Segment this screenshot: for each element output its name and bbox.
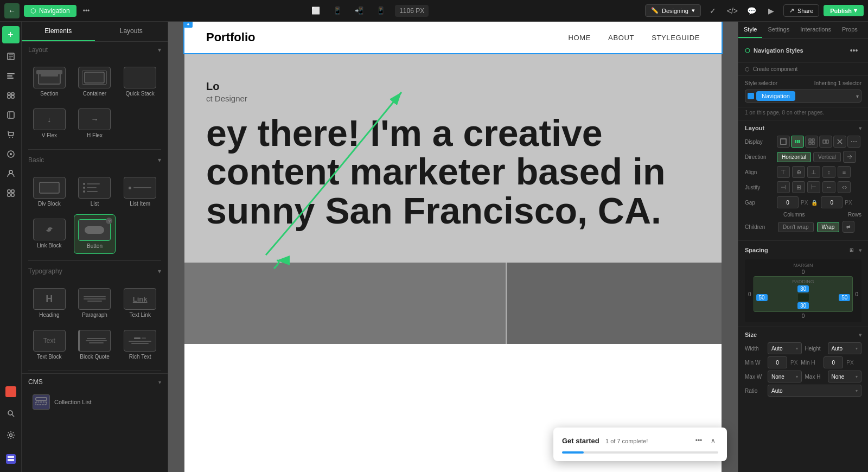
style-tab[interactable]: Style xyxy=(738,22,762,38)
padding-right-val[interactable]: 50 xyxy=(839,294,850,301)
padding-bottom-val[interactable]: 30 xyxy=(797,302,809,309)
vflex-element[interactable]: ↓ V Flex xyxy=(28,104,71,143)
margin-top-val[interactable]: 0 xyxy=(802,269,805,275)
spacing-toggle-btn[interactable]: ⊞ xyxy=(847,245,857,255)
assets-icon[interactable] xyxy=(2,87,20,104)
typography-section-header[interactable]: Typography ▾ xyxy=(22,263,168,279)
direction-horizontal-btn[interactable]: Horizontal xyxy=(777,152,811,162)
display-flex-btn[interactable] xyxy=(791,136,804,148)
height-input[interactable]: Auto ▾ xyxy=(828,342,862,354)
direction-icon-btn[interactable] xyxy=(843,151,856,163)
navigator-icon[interactable] xyxy=(2,67,20,85)
align-center-btn[interactable]: ⊕ xyxy=(792,166,805,178)
publish-button[interactable]: Publish ▾ xyxy=(824,5,864,16)
share-button[interactable]: ↗ Share xyxy=(783,4,819,17)
ecommerce-icon[interactable] xyxy=(2,126,20,143)
nav-link-about[interactable]: ABOUT xyxy=(608,34,634,42)
padding-left-val[interactable]: 50 xyxy=(756,294,768,301)
block-quote-element[interactable]: Block Quote xyxy=(74,326,116,364)
justify-start-btn[interactable]: ⊣ xyxy=(777,181,790,193)
cms-icon[interactable] xyxy=(2,106,20,124)
cms-bottom-icon[interactable] xyxy=(2,450,20,468)
min-w-input[interactable] xyxy=(768,356,787,368)
style-badge-container[interactable]: Navigation ▾ xyxy=(745,90,861,103)
elements-tab[interactable]: Elements xyxy=(22,22,95,41)
justify-end-btn[interactable]: ⊢ xyxy=(807,181,820,193)
text-link-element[interactable]: Link Text Link xyxy=(119,284,161,322)
ratio-input[interactable]: Auto ▾ xyxy=(768,385,861,397)
canvas-inner[interactable]: ✦ Portfolio HOME ABOUT STYLEGUIDE Lo ct … xyxy=(168,22,738,472)
quick-stack-element[interactable]: Quick Stack xyxy=(119,62,161,101)
nav-link-styleguide[interactable]: STYLEGUIDE xyxy=(652,34,700,42)
list-item-element[interactable]: List Item xyxy=(119,173,161,211)
padding-top-val[interactable]: 30 xyxy=(797,285,809,292)
comment-button[interactable]: 💬 xyxy=(744,3,760,18)
back-button[interactable]: ← xyxy=(4,3,20,18)
add-element-button[interactable]: + xyxy=(2,26,20,43)
paragraph-element[interactable]: Paragraph xyxy=(74,284,116,322)
site-navigation[interactable]: ✦ Portfolio HOME ABOUT STYLEGUIDE xyxy=(184,22,722,53)
dont-wrap-btn[interactable]: Don't wrap xyxy=(778,222,814,232)
display-inline-block-btn[interactable] xyxy=(819,136,832,148)
gap-rows-input[interactable] xyxy=(821,196,843,208)
gs-more-button[interactable]: ••• xyxy=(693,435,704,446)
align-stretch-btn[interactable]: ↕ xyxy=(822,166,835,178)
display-none-btn[interactable] xyxy=(833,136,846,148)
navigation-badge[interactable]: Navigation xyxy=(24,5,76,17)
cms-collection-list-item[interactable]: Collection List xyxy=(26,391,163,413)
search-icon[interactable] xyxy=(2,405,20,422)
tablet-portrait-button[interactable]: 📱 xyxy=(330,3,345,18)
list-element[interactable]: List xyxy=(74,173,116,211)
rich-text-element[interactable]: Rich Text xyxy=(119,326,161,364)
settings-tab[interactable]: Settings xyxy=(762,22,795,38)
max-h-input[interactable]: None ▾ xyxy=(828,371,862,382)
align-start-btn[interactable]: ⊤ xyxy=(777,166,790,178)
wrap-reverse-btn[interactable]: ⇄ xyxy=(843,221,854,233)
interactions-tab[interactable]: Interactions xyxy=(795,22,837,38)
layout-section-header[interactable]: Layout ▾ xyxy=(22,42,168,58)
align-baseline-btn[interactable]: ≡ xyxy=(838,166,851,178)
text-block-element[interactable]: Text Text Block xyxy=(28,326,71,364)
gs-close-button[interactable]: ∧ xyxy=(707,435,718,446)
play-button[interactable]: ▶ xyxy=(764,3,779,18)
nav-link-home[interactable]: HOME xyxy=(568,34,591,42)
desktop-view-button[interactable]: ⬜ xyxy=(308,3,323,18)
max-w-input[interactable]: None ▾ xyxy=(768,371,802,382)
display-grid-btn[interactable] xyxy=(805,136,818,148)
more-options-dots[interactable]: ••• xyxy=(81,5,92,17)
button-element[interactable]: ? Button xyxy=(74,214,116,254)
create-component-button[interactable]: ⬡ Create component xyxy=(738,63,868,76)
container-element[interactable]: Container xyxy=(74,62,116,101)
layouts-tab[interactable]: Layouts xyxy=(95,22,168,41)
code-button[interactable]: </> xyxy=(725,3,740,18)
tablet-landscape-button[interactable]: 📲 xyxy=(352,3,367,18)
div-block-element[interactable]: Div Block xyxy=(28,173,71,211)
apps-icon[interactable] xyxy=(2,184,20,202)
style-selector-chevron-icon[interactable]: ▾ xyxy=(856,93,859,99)
users-icon[interactable] xyxy=(2,165,20,182)
nav-styles-more-button[interactable]: ••• xyxy=(846,43,861,58)
width-input[interactable]: Auto ▾ xyxy=(768,342,802,354)
justify-center-btn[interactable]: ⊞ xyxy=(792,181,805,193)
gap-columns-input[interactable] xyxy=(777,196,799,208)
logic-icon[interactable] xyxy=(2,383,20,400)
designing-button[interactable]: ✏️ Designing ▾ xyxy=(645,4,701,17)
wrap-btn[interactable]: Wrap xyxy=(817,222,840,232)
direction-vertical-btn[interactable]: Vertical xyxy=(813,152,841,162)
mobile-button[interactable]: 📱 xyxy=(373,3,388,18)
display-more-btn[interactable] xyxy=(847,136,860,148)
align-end-btn[interactable]: ⊥ xyxy=(807,166,820,178)
settings-icon[interactable] xyxy=(2,426,20,444)
section-element[interactable]: Section xyxy=(28,62,71,101)
margin-left-val[interactable]: 0 xyxy=(748,276,751,312)
props-tab[interactable]: Props xyxy=(837,22,863,38)
display-block-btn[interactable] xyxy=(777,136,790,148)
min-h-input[interactable] xyxy=(824,356,843,368)
cms-section-header[interactable]: CMS ▾ xyxy=(22,373,168,390)
hflex-element[interactable]: → H Flex xyxy=(74,104,116,143)
justify-around-btn[interactable]: ⇔ xyxy=(838,181,851,193)
margin-bottom-val[interactable]: 0 xyxy=(802,313,805,319)
checkmark-button[interactable]: ✓ xyxy=(705,3,720,18)
style-guide-icon[interactable] xyxy=(2,145,20,163)
link-block-element[interactable]: Link Block xyxy=(28,214,71,254)
